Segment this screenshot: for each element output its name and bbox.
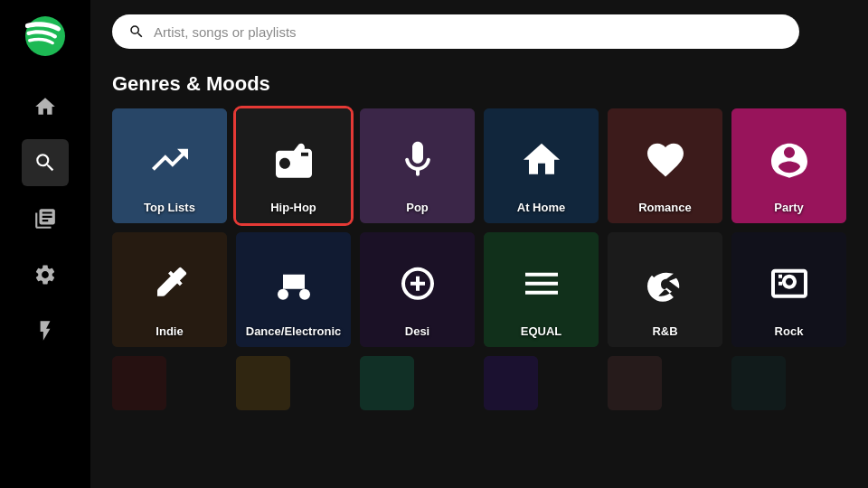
trending-icon — [148, 137, 192, 184]
spotify-logo[interactable] — [25, 16, 65, 56]
amp-icon — [768, 261, 811, 308]
sidebar-library-button[interactable] — [22, 195, 69, 242]
home-icon — [33, 95, 57, 118]
card-party-label: Party — [731, 195, 846, 223]
mic-icon — [396, 137, 439, 184]
card-romance-label: Romance — [608, 195, 722, 223]
sidebar-whatsnew-button[interactable] — [22, 307, 69, 354]
lightning-icon — [33, 319, 57, 343]
card-pop-label: Pop — [360, 195, 475, 223]
card-top-lists[interactable]: Top Lists — [112, 108, 227, 223]
card-row3-2[interactable] — [236, 356, 290, 410]
card-dance[interactable]: Dance/Electronic — [236, 232, 351, 347]
genre-grid-row1: Top Lists Hip-Hop Pop — [112, 108, 846, 223]
party-icon — [768, 137, 811, 184]
dj-icon — [272, 261, 316, 308]
sidebar-search-button[interactable] — [22, 139, 69, 186]
settings-icon — [33, 263, 57, 286]
library-icon — [33, 207, 57, 230]
genre-grid-row2: Indie Dance/Electronic Desi — [112, 232, 846, 347]
content-area: Genres & Moods Top Lists Hip-Hop — [90, 63, 868, 488]
card-rock-label: Rock — [731, 319, 846, 347]
svg-point-2 — [299, 288, 310, 299]
sitar-icon — [396, 261, 439, 308]
card-rb-label: R&B — [608, 319, 722, 347]
section-title: Genres & Moods — [112, 72, 846, 96]
sidebar-settings-button[interactable] — [22, 251, 69, 298]
card-dance-label: Dance/Electronic — [236, 319, 351, 347]
card-party[interactable]: Party — [731, 108, 846, 223]
card-equal-label: EQUAL — [484, 319, 599, 347]
glasses-icon — [644, 261, 687, 308]
card-at-home[interactable]: At Home — [484, 108, 599, 223]
card-hip-hop-label: Hip-Hop — [236, 195, 351, 223]
sidebar — [0, 0, 90, 488]
main-content: Genres & Moods Top Lists Hip-Hop — [90, 0, 868, 488]
card-at-home-label: At Home — [484, 195, 599, 223]
genre-grid-row3 — [112, 356, 846, 410]
equal-icon — [520, 261, 563, 308]
search-bar[interactable] — [112, 14, 799, 49]
search-icon — [33, 151, 57, 174]
svg-point-1 — [278, 288, 288, 299]
card-romance[interactable]: Romance — [608, 108, 722, 223]
search-input[interactable] — [154, 24, 783, 40]
card-desi-label: Desi — [360, 319, 475, 347]
card-equal[interactable]: EQUAL — [484, 232, 599, 347]
card-hip-hop[interactable]: Hip-Hop — [236, 108, 351, 223]
card-row3-1[interactable] — [112, 356, 166, 410]
card-pop[interactable]: Pop — [360, 108, 475, 223]
sidebar-home-button[interactable] — [22, 83, 69, 130]
radio-icon — [272, 137, 316, 184]
card-desi[interactable]: Desi — [360, 232, 475, 347]
home-card-icon — [520, 137, 563, 184]
card-row3-5[interactable] — [608, 356, 662, 410]
heart-icon — [644, 137, 687, 184]
card-indie[interactable]: Indie — [112, 232, 227, 347]
card-rb[interactable]: R&B — [608, 232, 722, 347]
search-bar-icon — [128, 23, 145, 40]
card-indie-label: Indie — [112, 319, 227, 347]
guitar-icon — [148, 261, 192, 308]
topbar — [90, 0, 868, 63]
svg-point-0 — [25, 16, 65, 56]
card-row3-4[interactable] — [484, 356, 538, 410]
card-rock[interactable]: Rock — [731, 232, 846, 347]
card-top-lists-label: Top Lists — [112, 195, 227, 223]
card-row3-6[interactable] — [731, 356, 786, 410]
card-row3-3[interactable] — [360, 356, 414, 410]
